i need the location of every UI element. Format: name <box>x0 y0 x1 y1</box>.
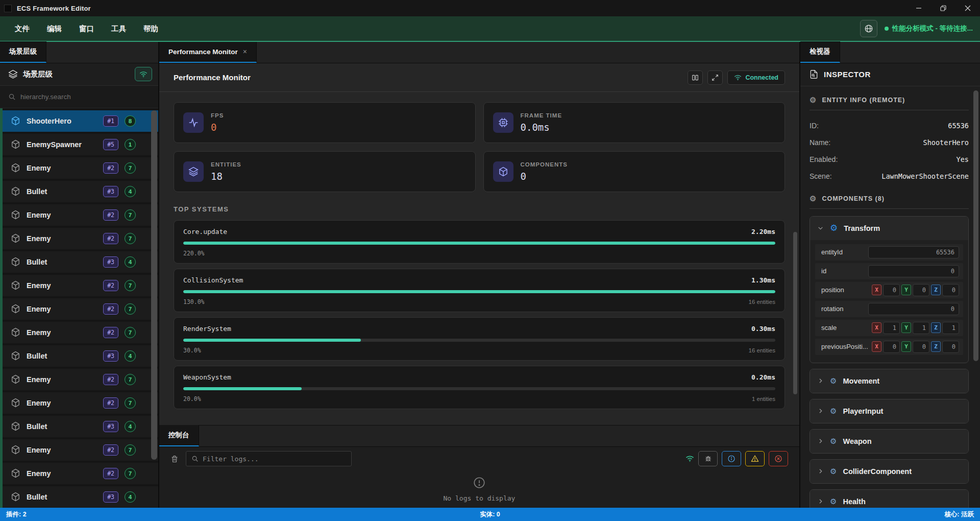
menu-window[interactable]: 窗口 <box>70 20 103 38</box>
main-scrollbar[interactable] <box>793 232 797 394</box>
tab-console[interactable]: 控制台 <box>159 425 199 446</box>
hierarchy-row[interactable]: Enemy #2 7 <box>0 322 158 343</box>
hierarchy-row[interactable]: Enemy #2 7 <box>0 392 158 414</box>
hierarchy-row[interactable]: Enemy #2 7 <box>0 157 158 179</box>
inspector-title: INSPECTOR <box>824 70 871 79</box>
position-z-input[interactable]: 0 <box>942 284 959 296</box>
weapon-header[interactable]: ⚙ Weapon <box>810 430 968 453</box>
hierarchy-row[interactable]: Bullet #3 4 <box>0 486 158 508</box>
hierarchy-row[interactable]: Enemy #2 7 <box>0 369 158 390</box>
inspector-scrollbar[interactable] <box>973 90 978 361</box>
clear-logs-button[interactable] <box>170 455 179 463</box>
info-filter-button[interactable] <box>722 451 741 466</box>
tab-scene-hierarchy[interactable]: 场景层级 <box>0 41 46 63</box>
warning-filter-button[interactable] <box>745 451 765 466</box>
console-tabbar: 控制台 <box>159 425 799 447</box>
debug-filter-button[interactable] <box>698 451 718 466</box>
entity-count-badge: 1 <box>125 139 136 150</box>
previous-position-x-input[interactable]: 0 <box>883 341 900 353</box>
scale-x-input[interactable]: 1 <box>883 322 900 334</box>
cube-icon <box>11 351 20 361</box>
collidercomponent-header[interactable]: ⚙ ColliderComponent <box>810 460 968 483</box>
layers-icon <box>183 161 204 182</box>
tab-performance-monitor[interactable]: Performance Monitor × <box>159 42 257 63</box>
health-header[interactable]: ⚙ Health <box>810 490 968 508</box>
entity-count-badge: 4 <box>125 256 136 268</box>
connection-status-chip[interactable]: Connected <box>727 70 785 85</box>
entities-status: 实体: 0 <box>0 510 980 519</box>
hierarchy-row[interactable]: Enemy #2 7 <box>0 204 158 226</box>
axis-z-badge: Z <box>931 341 941 352</box>
entity-count-badge: 7 <box>125 280 136 291</box>
hierarchy-searchbar <box>0 86 158 108</box>
hierarchy-search-input[interactable] <box>20 93 122 101</box>
panel-title: Performance Monitor <box>174 73 251 82</box>
restore-button[interactable] <box>931 0 955 16</box>
close-button[interactable] <box>955 0 980 16</box>
hierarchy-row[interactable]: Enemy #2 7 <box>0 298 158 320</box>
language-globe-button[interactable] <box>860 20 877 37</box>
movement-header[interactable]: ⚙ Movement <box>810 369 968 393</box>
previous-position-z-input[interactable]: 0 <box>942 341 959 353</box>
transform-row-id: id 0 <box>815 263 963 279</box>
hierarchy-row[interactable]: Enemy #2 7 <box>0 275 158 296</box>
hierarchy-row[interactable]: Bullet #3 4 <box>0 181 158 202</box>
playerinput-header[interactable]: ⚙ PlayerInput <box>810 399 968 423</box>
empty-logs-message: No logs to display <box>444 494 516 502</box>
menu-bar: 文件 编辑 窗口 工具 帮助 性能分析模式 - 等待连接... <box>0 16 980 42</box>
hierarchy-row[interactable]: Bullet #3 4 <box>0 416 158 437</box>
hierarchy-scrollbar[interactable] <box>151 110 157 460</box>
error-filter-button[interactable] <box>769 451 788 466</box>
menu-edit[interactable]: 编辑 <box>38 20 70 38</box>
log-filter-input[interactable] <box>203 455 335 463</box>
entity-count-badge: 7 <box>125 303 136 315</box>
components-section-header: ⚙ COMPONENTS (8) <box>810 194 969 203</box>
position-x-input[interactable]: 0 <box>883 284 900 296</box>
menu-help[interactable]: 帮助 <box>135 20 167 38</box>
fullscreen-button[interactable] <box>707 70 723 85</box>
cube-icon <box>11 139 20 149</box>
app-icon <box>4 5 12 12</box>
divider <box>810 208 969 209</box>
hierarchy-title: 场景层级 <box>23 69 53 79</box>
console-toolbar <box>159 447 799 470</box>
entity-badge: #3 <box>103 186 118 197</box>
hierarchy-row[interactable]: Enemy #2 7 <box>0 463 158 484</box>
menu-file[interactable]: 文件 <box>6 20 38 38</box>
entity-badge: #2 <box>103 444 118 456</box>
hierarchy-row[interactable]: Bullet #3 4 <box>0 251 158 273</box>
wifi-icon <box>734 75 742 81</box>
cpu-icon <box>493 112 513 133</box>
entity-field-enabled: Enabled: Yes <box>810 151 969 168</box>
tab-inspector[interactable]: 检视器 <box>800 41 840 63</box>
entity-info-section-header: ⚙ ENTITY INFO (REMOTE) <box>810 96 969 105</box>
id-input[interactable]: 0 <box>868 265 959 277</box>
hierarchy-row[interactable]: EnemySpawner #5 1 <box>0 134 158 155</box>
position-y-input[interactable]: 0 <box>913 284 929 296</box>
progress-bar <box>183 339 775 342</box>
hierarchy-row[interactable]: Bullet #3 4 <box>0 345 158 367</box>
console-empty-state: No logs to display <box>159 470 799 508</box>
menu-tools[interactable]: 工具 <box>103 20 135 38</box>
split-view-button[interactable] <box>688 70 703 85</box>
entityid-input[interactable]: 65536 <box>868 246 959 258</box>
entity-label: Enemy <box>27 328 97 337</box>
progress-bar <box>183 242 775 245</box>
top-systems-label: TOP SYSTEMS <box>174 205 785 213</box>
rotation-input[interactable]: 0 <box>868 303 959 315</box>
scale-z-input[interactable]: 1 <box>942 322 959 334</box>
hierarchy-row[interactable]: Enemy #2 7 <box>0 439 158 461</box>
cube-icon <box>11 116 20 126</box>
hierarchy-row[interactable]: ShooterHero #1 8 <box>0 110 158 132</box>
tab-close-icon[interactable]: × <box>243 48 247 56</box>
minimize-button[interactable] <box>906 0 931 16</box>
wifi-icon <box>685 455 694 462</box>
transform-header[interactable]: ⚙ Transform <box>810 217 968 240</box>
hierarchy-sync-button[interactable] <box>135 67 152 81</box>
workspace: 场景层级 场景层级 <box>0 42 980 508</box>
previous-position-y-input[interactable]: 0 <box>913 341 929 353</box>
hierarchy-row[interactable]: Enemy #2 7 <box>0 228 158 249</box>
main-tabbar: Performance Monitor × <box>159 42 799 63</box>
entity-count-badge: 7 <box>125 233 136 244</box>
scale-y-input[interactable]: 1 <box>913 322 929 334</box>
